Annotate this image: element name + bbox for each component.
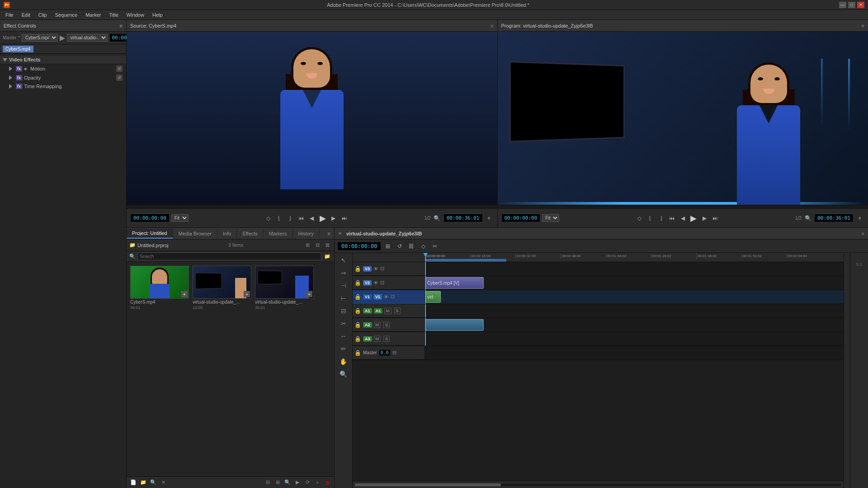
source-goto-out-btn[interactable]: ⏭ bbox=[340, 214, 349, 223]
source-step-fwd-btn[interactable]: ▶ bbox=[329, 214, 338, 223]
clip-virt-v1[interactable]: virt bbox=[425, 291, 441, 303]
program-step-fwd-btn[interactable]: ▶ bbox=[700, 214, 709, 223]
program-out-btn[interactable]: ⌋ bbox=[656, 214, 665, 223]
track-v3-sync[interactable]: ⊡ bbox=[380, 266, 384, 272]
master-clip-select[interactable]: CyberS.mp4 bbox=[22, 34, 58, 42]
track-master-expand[interactable]: ⊟ bbox=[392, 350, 396, 356]
menu-marker[interactable]: Marker bbox=[82, 11, 104, 19]
menu-file[interactable]: File bbox=[2, 11, 17, 19]
track-a1-clips[interactable] bbox=[425, 304, 844, 318]
tab-media-browser[interactable]: Media Browser bbox=[173, 229, 217, 238]
source-settings-btn[interactable]: + bbox=[485, 214, 494, 223]
media-thumb-0[interactable]: + bbox=[130, 266, 189, 299]
track-a2-mute-btn[interactable]: M bbox=[374, 322, 381, 328]
tool-slip[interactable]: ↔ bbox=[338, 331, 349, 342]
clip-cybers-v2[interactable]: CyberS.mp4 [V] bbox=[425, 277, 484, 289]
project-search-input[interactable] bbox=[137, 253, 321, 260]
delete-btn[interactable]: 🗑 bbox=[323, 479, 331, 487]
tl-link-btn[interactable]: ⛓ bbox=[406, 241, 416, 251]
source-zoom-btn[interactable]: 🔍 bbox=[433, 214, 442, 223]
source-monitor-menu-btn[interactable]: ≡ bbox=[491, 23, 493, 28]
zoom-out-btn[interactable]: 🔍 bbox=[283, 479, 292, 487]
thumb-add-btn-2[interactable]: + bbox=[306, 291, 312, 297]
opacity-reset-btn[interactable]: ↺ bbox=[116, 75, 123, 81]
sequence-select[interactable]: virtual-studio-... bbox=[67, 34, 108, 42]
opacity-toggle-icon[interactable] bbox=[9, 75, 12, 80]
menu-edit[interactable]: Edit bbox=[18, 11, 34, 19]
ruler-area[interactable]: 00:00:00:00 00:00:16:00 00:00:32:00 00:0… bbox=[425, 253, 844, 262]
search-btn[interactable]: 🔍 bbox=[149, 479, 157, 487]
tab-project[interactable]: Project: Untitled bbox=[127, 229, 173, 239]
tool-pen[interactable]: ✏ bbox=[338, 343, 349, 354]
menu-window[interactable]: Window bbox=[123, 11, 148, 19]
program-goto-out-btn[interactable]: ⏭ bbox=[711, 214, 720, 223]
tab-effects[interactable]: Effects bbox=[237, 229, 263, 238]
thumb-add-btn-0[interactable]: + bbox=[181, 291, 188, 297]
maximize-button[interactable]: □ bbox=[848, 2, 855, 8]
track-v2-clips[interactable]: CyberS.mp4 [V] bbox=[425, 276, 844, 290]
icon-view-btn[interactable]: ⊞ bbox=[274, 479, 282, 487]
vfx-toggle-icon[interactable] bbox=[3, 58, 7, 61]
track-a3-mute-btn[interactable]: M bbox=[374, 336, 381, 342]
new-item-btn[interactable]: 📄 bbox=[129, 479, 137, 487]
tab-history[interactable]: History bbox=[293, 229, 320, 238]
find-btn[interactable]: ⟳ bbox=[303, 479, 311, 487]
tool-rolling-edit[interactable]: ⊢ bbox=[338, 293, 349, 304]
tl-razor-btn[interactable]: ✂ bbox=[430, 241, 440, 251]
program-in-btn[interactable]: ⌊ bbox=[646, 214, 655, 223]
media-item-1[interactable]: + virtual-studio-update_... 10:00 bbox=[193, 266, 251, 473]
timeline-close-btn[interactable]: ✕ bbox=[338, 231, 342, 236]
tool-rate-stretch[interactable]: ⊟ bbox=[338, 305, 349, 316]
tool-track-select[interactable]: ⇒ bbox=[338, 267, 349, 278]
timeline-v-scrollbar[interactable] bbox=[844, 253, 850, 488]
project-icon-view-btn[interactable]: ⊟ bbox=[313, 241, 321, 249]
track-v3-clips[interactable] bbox=[425, 262, 844, 276]
program-zoom-btn[interactable]: 🔍 bbox=[803, 214, 812, 223]
clip-a2-audio[interactable] bbox=[425, 319, 484, 331]
track-v3-eye[interactable]: 👁 bbox=[373, 266, 378, 272]
track-master-clips[interactable] bbox=[425, 346, 844, 360]
track-v1-lock[interactable]: 🔒 bbox=[354, 294, 361, 300]
program-goto-in-btn[interactable]: ⏮ bbox=[667, 214, 676, 223]
track-a2-solo-btn[interactable]: S bbox=[383, 322, 390, 328]
minimize-button[interactable]: — bbox=[839, 2, 846, 8]
media-item-0[interactable]: + CyberS.mp4 36:01 bbox=[130, 266, 189, 473]
menu-title[interactable]: Title bbox=[105, 11, 122, 19]
track-a1-lock[interactable]: 🔒 bbox=[354, 308, 361, 314]
clear-search-btn[interactable]: ✕ bbox=[159, 479, 167, 487]
effect-controls-menu-btn[interactable]: ≡ bbox=[120, 23, 123, 28]
track-a3-solo-btn[interactable]: S bbox=[383, 336, 390, 342]
effect-row-time-remapping[interactable]: fx Time Remapping bbox=[0, 82, 126, 90]
source-marker-btn[interactable]: ◇ bbox=[264, 214, 273, 223]
effect-row-motion[interactable]: fx ◆ Motion ↺ bbox=[0, 64, 126, 73]
track-v1-sync[interactable]: ⊡ bbox=[391, 294, 395, 300]
track-v1-eye[interactable]: 👁 bbox=[384, 294, 389, 300]
track-a1-solo-btn[interactable]: S bbox=[394, 308, 401, 314]
source-goto-in-btn[interactable]: ⏮ bbox=[297, 214, 306, 223]
menu-help[interactable]: Help bbox=[149, 11, 166, 19]
project-panel-menu-btn[interactable]: ≡ bbox=[324, 229, 334, 238]
track-a2-lock[interactable]: 🔒 bbox=[354, 322, 361, 328]
menu-clip[interactable]: Clip bbox=[35, 11, 51, 19]
media-thumb-2[interactable]: + bbox=[255, 266, 314, 299]
new-sequence-btn[interactable]: + bbox=[313, 479, 321, 487]
media-thumb-1[interactable]: + bbox=[193, 266, 251, 299]
work-area-bar[interactable] bbox=[425, 259, 506, 262]
tl-marker-btn[interactable]: ◇ bbox=[418, 241, 428, 251]
automate-btn[interactable]: ▶ bbox=[293, 479, 302, 487]
track-a3-clips[interactable] bbox=[425, 332, 844, 346]
program-timebar[interactable] bbox=[498, 205, 868, 209]
program-play-btn[interactable]: ▶ bbox=[689, 214, 698, 223]
program-marker-btn[interactable]: ◇ bbox=[635, 214, 644, 223]
track-v2-eye[interactable]: 👁 bbox=[373, 280, 378, 286]
menu-sequence[interactable]: Sequence bbox=[52, 11, 81, 19]
track-a2-clips[interactable] bbox=[425, 318, 844, 332]
tl-snap-btn[interactable]: ⊞ bbox=[383, 241, 393, 251]
tool-hand[interactable]: ✋ bbox=[338, 356, 349, 367]
source-out-btn[interactable]: ⌋ bbox=[286, 214, 295, 223]
project-freeform-btn[interactable]: ⊠ bbox=[323, 241, 331, 249]
tool-ripple-edit[interactable]: ⊣ bbox=[338, 280, 349, 291]
program-step-back-btn[interactable]: ◀ bbox=[678, 214, 687, 223]
track-a1-mute-btn[interactable]: M bbox=[384, 308, 392, 314]
program-zoom-select[interactable]: Fit bbox=[542, 214, 559, 222]
